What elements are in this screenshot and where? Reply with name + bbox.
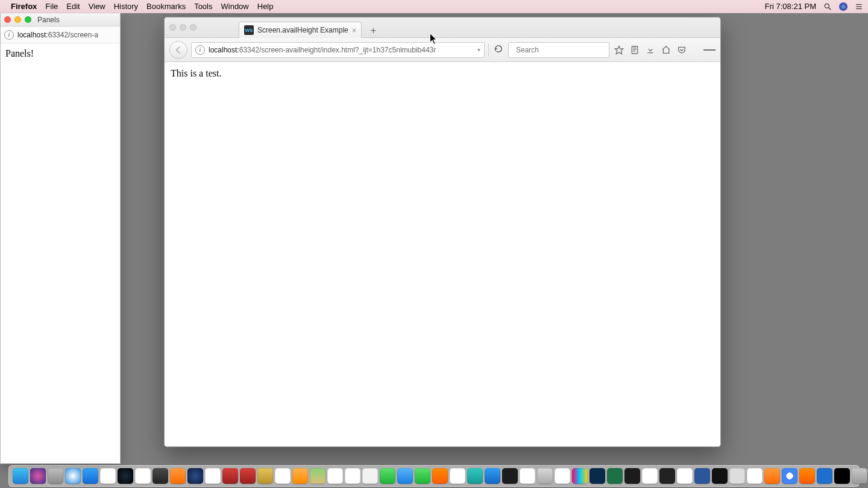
dock-app-app-gold[interactable] <box>257 468 273 484</box>
dock-app-chrome[interactable] <box>782 468 797 484</box>
panels-url-text: localhost:63342/screen-a <box>17 31 98 39</box>
browser-tab[interactable]: WS Screen.availHeight Example × <box>239 22 362 38</box>
dock-app-safari[interactable] <box>65 468 81 484</box>
mouse-cursor-icon <box>430 33 438 48</box>
maximize-button[interactable] <box>25 16 31 23</box>
dock-app-sysprefs[interactable] <box>48 468 63 484</box>
dock-app-app-white4[interactable] <box>642 468 658 484</box>
tab-close-icon[interactable]: × <box>352 26 357 35</box>
dock-app-app-black[interactable] <box>712 468 728 484</box>
menu-file[interactable]: File <box>45 2 58 11</box>
close-button[interactable] <box>4 16 11 23</box>
dock-app-app-grey[interactable] <box>729 468 745 484</box>
address-bar[interactable]: i localhost:63342/screen-availheight/ind… <box>191 42 485 58</box>
panels-window-titlebar[interactable]: Panels <box>1 13 120 27</box>
dock-app-app-b[interactable] <box>135 468 151 484</box>
menu-help[interactable]: Help <box>257 2 274 11</box>
menubar-app-name[interactable]: Firefox <box>11 2 37 11</box>
dock-app-photos[interactable] <box>677 468 693 484</box>
reading-list-icon[interactable] <box>629 44 641 56</box>
tab-title: Screen.availHeight Example <box>257 26 348 34</box>
menu-bookmarks[interactable]: Bookmarks <box>146 2 186 11</box>
pocket-icon[interactable] <box>676 44 688 56</box>
menubar-clock[interactable]: Fri 7:08:21 PM <box>765 2 816 11</box>
notification-center-icon[interactable] <box>855 2 863 11</box>
downloads-icon[interactable] <box>644 44 656 56</box>
macos-menubar: Firefox File Edit View History Bookmarks… <box>0 0 868 13</box>
dock-app-app-white2[interactable] <box>362 468 378 484</box>
menu-tools[interactable]: Tools <box>194 2 212 11</box>
dock-app-app-orange2[interactable] <box>799 468 815 484</box>
browser-toolbar: i localhost:63342/screen-availheight/ind… <box>165 38 720 62</box>
menu-window[interactable]: Window <box>221 2 249 11</box>
dock-app-app-black2[interactable] <box>834 468 850 484</box>
dock-app-app-teal[interactable] <box>467 468 483 484</box>
tab-strip: WS Screen.availHeight Example × + <box>165 17 720 38</box>
site-info-icon[interactable]: i <box>4 30 14 40</box>
dock-app-app-color[interactable] <box>572 468 588 484</box>
dock-app-word[interactable] <box>694 468 710 484</box>
home-icon[interactable] <box>660 44 672 56</box>
dock-app-messages[interactable] <box>380 468 395 484</box>
new-tab-button[interactable]: + <box>365 24 381 37</box>
svg-marker-7 <box>615 46 623 54</box>
dock-app-steam[interactable] <box>118 468 133 484</box>
dock-app-maps[interactable] <box>310 468 326 484</box>
dock-app-app-compass[interactable] <box>170 468 186 484</box>
spotlight-icon[interactable] <box>823 2 832 11</box>
menu-edit[interactable]: Edit <box>66 2 80 11</box>
panels-window: Panels i localhost:63342/screen-a Panels… <box>0 13 121 464</box>
dock-app-siri[interactable] <box>30 468 46 484</box>
page-text: This is a test. <box>171 68 221 78</box>
reload-button[interactable] <box>492 45 505 55</box>
panels-address-bar[interactable]: i localhost:63342/screen-a <box>1 27 120 43</box>
dock-app-app-grey2[interactable] <box>852 468 867 484</box>
dock-app-app-clock[interactable] <box>205 468 221 484</box>
dock-app-ibooks[interactable] <box>764 468 780 484</box>
dock-app-excel[interactable] <box>607 468 623 484</box>
dock-app-app-blue2[interactable] <box>817 468 832 484</box>
toolbar-separator <box>488 43 489 57</box>
hamburger-menu-icon[interactable] <box>703 44 715 56</box>
svg-point-0 <box>825 4 829 8</box>
dock-app-onedrive[interactable] <box>747 468 763 484</box>
site-info-icon[interactable]: i <box>195 45 205 55</box>
minimize-button[interactable] <box>14 16 21 23</box>
dock-app-mail[interactable] <box>397 468 413 484</box>
url-dropdown-icon[interactable]: ▾ <box>477 46 480 53</box>
dock-app-appstore[interactable] <box>83 468 98 484</box>
minimize-button[interactable] <box>180 24 186 31</box>
search-input[interactable] <box>516 46 606 54</box>
page-content: This is a test. <box>165 62 720 446</box>
dock-app-app-folder[interactable] <box>292 468 308 484</box>
close-button[interactable] <box>169 24 176 31</box>
dock-app-stocks[interactable] <box>502 468 518 484</box>
search-box[interactable] <box>508 42 609 58</box>
dock-app-calendar[interactable] <box>275 468 291 484</box>
bookmark-star-icon[interactable] <box>613 44 625 56</box>
dock-app-app-white1[interactable] <box>345 468 360 484</box>
dock-app-finder[interactable] <box>13 468 28 484</box>
siri-icon[interactable] <box>839 2 848 11</box>
dock-app-app-music[interactable] <box>153 468 168 484</box>
dock-app-app-globe[interactable] <box>187 468 203 484</box>
dock-app-app-badge2[interactable] <box>240 468 256 484</box>
dock-app-app-mu[interactable] <box>100 468 116 484</box>
dock-app-facetime[interactable] <box>415 468 430 484</box>
maximize-button[interactable] <box>190 24 197 31</box>
dock-app-app-blue1[interactable] <box>485 468 500 484</box>
dock-app-app-dark[interactable] <box>659 468 675 484</box>
dock-app-app-white3[interactable] <box>450 468 465 484</box>
menu-view[interactable]: View <box>89 2 105 11</box>
dock-app-blizzard[interactable] <box>590 468 605 484</box>
dock-app-app-orange[interactable] <box>432 468 448 484</box>
menu-history[interactable]: History <box>114 2 138 11</box>
dock-app-textedit[interactable] <box>327 468 343 484</box>
dock-app-app-badge1[interactable] <box>222 468 238 484</box>
dock-app-itunes[interactable] <box>555 468 570 484</box>
dock-app-terminal[interactable] <box>624 468 640 484</box>
back-button[interactable] <box>169 41 187 59</box>
dock-app-activity[interactable] <box>537 468 553 484</box>
dock-app-numbers[interactable] <box>520 468 535 484</box>
tab-favicon-icon: WS <box>244 25 254 35</box>
